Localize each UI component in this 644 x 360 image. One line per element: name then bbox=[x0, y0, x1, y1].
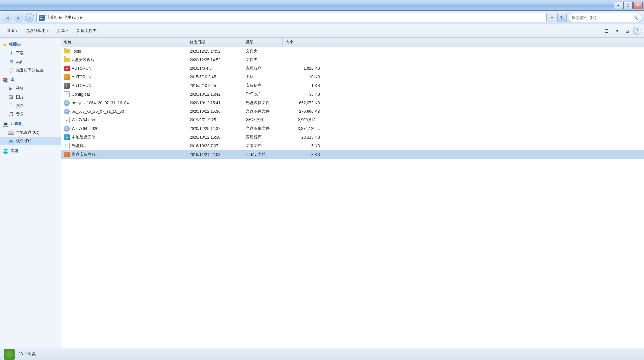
minimize-button[interactable]: – bbox=[614, 2, 623, 9]
include-library-button[interactable]: 包含到库中 ▾ bbox=[22, 26, 52, 36]
music-icon: 🎵 bbox=[8, 111, 14, 117]
sidebar-item-drive-c[interactable]: C 本地磁盘 (C:) bbox=[0, 128, 61, 137]
table-row[interactable]: ⬡ 硬盘安装教程 2016/11/21 22:03 HTML 文档 3 KB bbox=[61, 150, 644, 159]
breadcrumb-part1: 计算机 bbox=[46, 15, 58, 20]
address-bar: ◀ ▶ ↑ 💻 计算机 ▶ 软件 (D:) ▶ ▼ ↻ 🔍 bbox=[0, 11, 644, 24]
file-type-cell: 应用程序 bbox=[243, 133, 283, 141]
sidebar-item-download[interactable]: ⬇ 下载 bbox=[0, 49, 61, 57]
picture-label: 图片 bbox=[16, 94, 24, 100]
file-date-cell: 2016/1/8 4:54 bbox=[187, 64, 243, 72]
file-name: Win7x64.gho bbox=[72, 118, 95, 122]
organize-button[interactable]: 组织 ▾ bbox=[3, 26, 21, 36]
file-name-cell: 📄 光盘说明 bbox=[61, 142, 187, 150]
sidebar-header-computer[interactable]: 💻 计算机 bbox=[0, 120, 61, 128]
file-type-cell: 文本文档 bbox=[243, 142, 283, 150]
file-type-cell: 文件夹 bbox=[243, 56, 283, 64]
table-row[interactable]: i AUTORUN 2015/5/10 2:45 安装信息 1 KB bbox=[61, 81, 644, 90]
file-type-cell: DAT 文件 bbox=[243, 90, 283, 98]
sidebar-item-recent[interactable]: 🕐 最近访问的位置 bbox=[0, 66, 61, 74]
close-button[interactable]: ✕ bbox=[633, 2, 643, 9]
table-row[interactable]: D Config.dat 2020/10/12 15:42 DAT 文件 36 … bbox=[61, 90, 644, 99]
object-count: 13 个对象 bbox=[19, 351, 36, 357]
preview-pane-button[interactable]: ⊟ bbox=[623, 26, 632, 36]
sidebar-item-picture[interactable]: 🖼 图片 bbox=[0, 93, 61, 101]
file-name: pe_yqs_xp_20_07_31_15_53 bbox=[72, 109, 124, 114]
breadcrumb-bar[interactable]: 💻 计算机 ▶ 软件 (D:) ▶ bbox=[36, 13, 547, 22]
col-size-header[interactable]: 大小 bbox=[283, 38, 322, 47]
file-type-cell: 光盘映像文件 bbox=[243, 99, 283, 107]
col-name-header[interactable]: 名称 bbox=[61, 38, 187, 47]
file-list: Tools 2020/12/25 14:52 文件夹 U盘安装教程 2020/1… bbox=[61, 47, 644, 348]
file-name: AUTORUN bbox=[72, 83, 91, 88]
breadcrumb-arrow2: ▶ bbox=[80, 15, 83, 20]
organize-arrow: ▾ bbox=[16, 29, 17, 33]
file-type-cell: 应用程序 bbox=[243, 64, 283, 72]
file-date-cell: 2019/9/7 19:25 bbox=[187, 116, 243, 124]
table-row[interactable]: ▶ AUTORUN 2016/1/8 4:54 应用程序 1,926 KB bbox=[61, 64, 644, 73]
search-input[interactable] bbox=[572, 15, 632, 20]
file-date-cell: 2016/10/23 7:07 bbox=[187, 142, 243, 150]
file-type-icon: 🎨 bbox=[64, 74, 70, 80]
col-type-header[interactable]: 类型 bbox=[243, 38, 283, 47]
share-label: 共享 bbox=[57, 28, 65, 34]
computer-sidebar-icon: 💻 bbox=[3, 121, 8, 127]
drive-d-icon: D bbox=[8, 138, 14, 144]
sidebar-section-favorites: ★ 收藏夹 ⬇ 下载 🖥 桌面 🕐 最近访问的位置 bbox=[0, 40, 61, 74]
network-icon: 🌐 bbox=[3, 148, 8, 154]
col-date-header[interactable]: 修改日期 bbox=[187, 38, 243, 47]
refresh-button[interactable]: ↻ bbox=[557, 13, 567, 22]
sidebar-section-library: 📚 库 ▶ 视频 🖼 图片 📄 文档 bbox=[0, 76, 61, 118]
sidebar-header-library[interactable]: 📚 库 bbox=[0, 76, 61, 84]
file-type-icon: 📄 bbox=[64, 143, 70, 149]
address-dropdown-button[interactable]: ▼ bbox=[549, 13, 555, 22]
file-name-cell: 🎨 AUTORUN bbox=[61, 73, 187, 81]
maximize-button[interactable]: □ bbox=[623, 2, 633, 9]
file-name-cell: i AUTORUN bbox=[61, 81, 187, 90]
table-row[interactable]: ▶ 本地硬盘安装 2020/10/12 15:30 应用程序 28,315 KB bbox=[61, 133, 644, 142]
table-row[interactable]: U盘安装教程 2020/12/25 14:52 文件夹 bbox=[61, 56, 644, 64]
table-row[interactable]: 💿 pe_yqs_1064_20_07_31_16_04 2020/10/12 … bbox=[61, 99, 644, 107]
file-name: Tools bbox=[72, 49, 81, 54]
table-row[interactable]: 💿 Win7x64_2020 2020/12/25 11:32 光盘映像文件 3… bbox=[61, 124, 644, 133]
file-type-icon: ▶ bbox=[64, 135, 70, 140]
sidebar-item-doc[interactable]: 📄 文档 bbox=[0, 101, 61, 110]
new-folder-button[interactable]: 新建文件夹 bbox=[73, 26, 100, 36]
search-bar[interactable]: 🔍 bbox=[569, 13, 641, 22]
table-row[interactable]: 🎨 AUTORUN 2015/5/10 2:45 图标 10 KB bbox=[61, 73, 644, 81]
table-row[interactable]: 💿 pe_yqs_xp_20_07_31_15_53 2020/10/12 15… bbox=[61, 107, 644, 116]
table-row[interactable]: Tools 2020/12/25 14:52 文件夹 bbox=[61, 47, 644, 56]
sidebar-item-drive-d[interactable]: D 软件 (D:) bbox=[0, 137, 61, 145]
status-app-icon: 🌿 bbox=[4, 349, 15, 360]
download-label: 下载 bbox=[16, 50, 24, 56]
view-mode-button[interactable]: ☰ bbox=[602, 26, 611, 36]
breadcrumb-part2: 软件 (D:) bbox=[63, 15, 79, 20]
file-type-cell: HTML 文档 bbox=[243, 150, 283, 158]
help-button[interactable]: ? bbox=[633, 27, 641, 35]
file-size-cell: 10 KB bbox=[283, 73, 322, 81]
desktop-label: 桌面 bbox=[16, 59, 24, 65]
table-row[interactable]: G Win7x64.gho 2019/9/7 19:25 GHO 文件 2,90… bbox=[61, 116, 644, 124]
recent-label: 最近访问的位置 bbox=[16, 68, 44, 73]
share-button[interactable]: 共享 ▾ bbox=[54, 26, 72, 36]
view-mode-arrow-button[interactable]: ▾ bbox=[612, 26, 622, 36]
sidebar-header-network[interactable]: 🌐 网络 bbox=[0, 147, 61, 155]
sidebar-header-favorites[interactable]: ★ 收藏夹 bbox=[0, 40, 61, 49]
file-name-cell: 💿 pe_yqs_1064_20_07_31_16_04 bbox=[61, 99, 187, 107]
table-row[interactable]: 📄 光盘说明 2016/10/23 7:07 文本文档 5 KB bbox=[61, 142, 644, 150]
file-size-cell: 1,926 KB bbox=[283, 64, 322, 72]
forward-button[interactable]: ▶ bbox=[14, 13, 23, 22]
file-type-cell: 光盘映像文件 bbox=[243, 107, 283, 115]
sidebar-item-music[interactable]: 🎵 音乐 bbox=[0, 110, 61, 118]
file-size-cell bbox=[283, 56, 322, 64]
sidebar-item-video[interactable]: ▶ 视频 bbox=[0, 84, 61, 93]
file-name-cell: 💿 Win7x64_2020 bbox=[61, 124, 187, 133]
file-date-cell: 2020/10/12 15:36 bbox=[187, 107, 243, 115]
up-button[interactable]: ↑ bbox=[25, 13, 34, 22]
music-label: 音乐 bbox=[16, 112, 24, 117]
file-name: Win7x64_2020 bbox=[72, 126, 98, 131]
file-type-icon bbox=[64, 49, 70, 54]
file-name: AUTORUN bbox=[72, 66, 91, 71]
sidebar-item-desktop[interactable]: 🖥 桌面 bbox=[0, 57, 61, 66]
back-button[interactable]: ◀ bbox=[3, 13, 12, 22]
file-name: 本地硬盘安装 bbox=[72, 134, 96, 140]
